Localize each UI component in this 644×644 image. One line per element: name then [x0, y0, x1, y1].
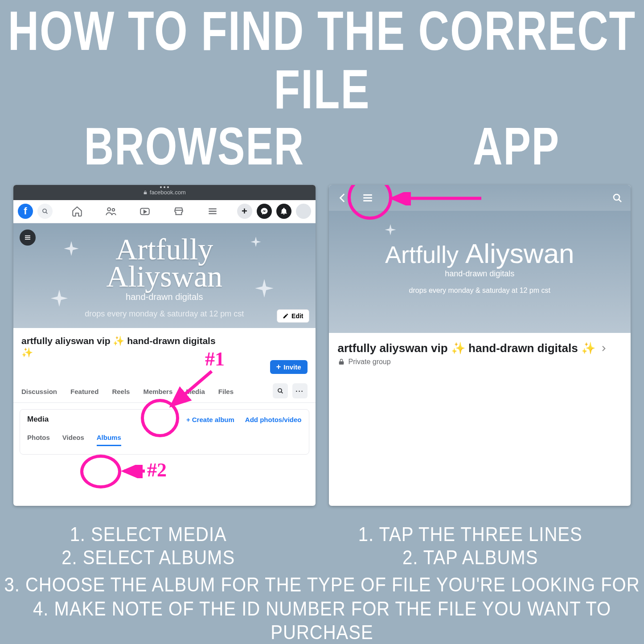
app-cover-brand: Artfully Aliyswan — [329, 226, 631, 269]
chevron-right-icon — [600, 345, 607, 354]
more-options-button[interactable]: ··· — [292, 383, 308, 398]
menu-icon[interactable] — [362, 192, 373, 204]
group-cover: Artfully Aliyswan hand-drawn digitals dr… — [13, 223, 316, 328]
app-group-title: artfully aliyswan vip ✨ hand-drawn digit… — [338, 341, 595, 355]
app-switcher-dots — [160, 186, 169, 188]
svg-point-18 — [614, 194, 619, 200]
bell-icon — [280, 207, 288, 215]
facebook-logo[interactable]: f — [18, 204, 33, 219]
app-label: APP — [473, 116, 560, 177]
svg-line-1 — [46, 212, 47, 213]
group-header: artfully aliyswan vip ✨ hand-drawn digit… — [13, 328, 316, 403]
marketplace-icon[interactable] — [173, 205, 185, 217]
app-steps: 1. TAP THE THREE LINES 2. TAP ALBUMS — [358, 522, 582, 570]
lock-icon — [338, 358, 345, 365]
cover-menu-button[interactable] — [20, 230, 36, 246]
svg-line-12 — [281, 392, 283, 393]
friends-icon[interactable] — [105, 205, 117, 217]
lock-icon — [143, 190, 148, 195]
svg-point-11 — [278, 389, 282, 392]
annotation-arrow-2 — [120, 465, 147, 478]
group-search-button[interactable] — [273, 383, 288, 398]
subtab-photos[interactable]: Photos — [27, 430, 50, 446]
privacy-text: Private group — [349, 358, 391, 366]
browser-steps: 1. SELECT MEDIA 2. SELECT ALBUMS — [62, 522, 235, 570]
browser-screenshot: facebook.com f + — [13, 185, 316, 506]
address-bar[interactable]: facebook.com — [143, 189, 186, 196]
app-top-bar — [329, 185, 631, 211]
app-cover-tagline: hand-drawn digitals — [329, 269, 631, 279]
tab-files[interactable]: Files — [218, 383, 234, 400]
messenger-icon — [260, 207, 268, 215]
app-cover: Artfully Aliyswan hand-drawn digitals dr… — [329, 211, 631, 333]
annotation-step2-label: #2 — [147, 459, 167, 481]
notifications-button[interactable] — [276, 204, 291, 219]
create-album-button[interactable]: +Create album — [186, 416, 234, 423]
invite-button[interactable]: + Invite — [270, 360, 308, 374]
annotation-circle-2 — [80, 455, 121, 488]
cover-schedule: drops every monday & saturday at 12 pm c… — [13, 309, 316, 319]
account-avatar[interactable] — [296, 204, 311, 219]
page-title: HOW TO FIND THE CORRECT FILE — [0, 2, 644, 119]
svg-point-3 — [112, 209, 115, 211]
cover-tagline: hand-drawn digitals — [13, 292, 316, 302]
invite-label: Invite — [283, 363, 301, 371]
messenger-button[interactable] — [257, 204, 272, 219]
tab-featured[interactable]: Featured — [70, 383, 98, 400]
edit-label: Edit — [291, 312, 303, 320]
media-title: Media — [27, 415, 49, 424]
search-icon — [41, 208, 49, 215]
tab-media[interactable]: Media — [186, 383, 205, 400]
search-button[interactable] — [37, 204, 53, 219]
home-icon[interactable] — [71, 205, 83, 217]
app-group-header[interactable]: artfully aliyswan vip ✨ hand-drawn digit… — [329, 333, 631, 368]
edit-cover-button[interactable]: Edit — [277, 309, 309, 323]
media-section: Media +Create album Add photos/video Pho… — [20, 409, 309, 455]
svg-line-19 — [619, 199, 622, 202]
url-text: facebook.com — [150, 189, 186, 196]
menu-icon[interactable] — [207, 205, 218, 217]
back-icon[interactable] — [337, 192, 349, 204]
menu-icon — [24, 234, 32, 242]
search-icon — [277, 387, 284, 394]
nav-tabs — [71, 205, 218, 217]
add-photos-button[interactable]: Add photos/video — [245, 416, 302, 423]
svg-point-0 — [43, 209, 46, 213]
shared-step-4: 4. MAKE NOTE OF THE ID NUMBER FOR THE FI… — [0, 596, 644, 644]
privacy-indicator: Private group — [338, 358, 622, 366]
create-button[interactable]: + — [237, 204, 252, 219]
subtab-albums[interactable]: Albums — [97, 430, 121, 446]
instructions: 1. SELECT MEDIA 2. SELECT ALBUMS 1. TAP … — [0, 522, 644, 644]
browser-label: BROWSER — [84, 116, 304, 177]
watch-icon[interactable] — [139, 205, 151, 217]
subtab-videos[interactable]: Videos — [62, 430, 84, 446]
app-screenshot: Artfully Aliyswan hand-drawn digitals dr… — [329, 185, 631, 506]
app-cover-schedule: drops every monday & saturday at 12 pm c… — [329, 287, 631, 295]
browser-chrome: facebook.com — [13, 185, 316, 200]
group-tabs: Discussion Featured Reels Members Media … — [21, 383, 308, 400]
tab-discussion[interactable]: Discussion — [21, 383, 57, 400]
shared-step-3: 3. CHOOSE THE ALBUM FOR THE TYPE OF FILE… — [0, 572, 644, 596]
search-icon[interactable] — [612, 193, 623, 203]
media-subtabs: Photos Videos Albums — [27, 430, 302, 446]
group-title[interactable]: artfully aliyswan vip ✨ hand-drawn digit… — [21, 335, 216, 359]
tab-reels[interactable]: Reels — [112, 383, 130, 400]
tab-members[interactable]: Members — [143, 383, 172, 400]
facebook-header: f + — [13, 200, 316, 223]
svg-point-2 — [107, 208, 111, 211]
pencil-icon — [283, 313, 289, 319]
